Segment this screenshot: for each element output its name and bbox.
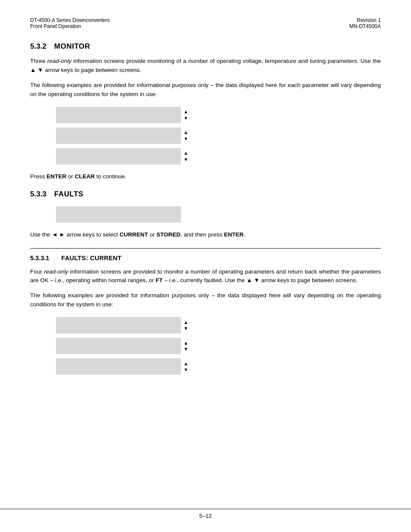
section-5331-title: FAULTS: CURRENT: [61, 255, 121, 261]
page-footer: 5–12: [0, 509, 411, 519]
section-533-number: 5.3.3: [30, 190, 47, 199]
faults-use-text: Use the ◄ ► arrow keys to select CURRENT…: [30, 230, 381, 240]
monitor-screen-row-2: ▲ ▼: [56, 128, 381, 144]
page: DT-4500-A Series Downconverters Front Pa…: [0, 0, 411, 532]
section-532-title: MONITOR: [54, 42, 90, 51]
faults-screen-row: [56, 206, 381, 223]
arrow-up-2: ▲: [184, 129, 188, 135]
faults-current-arrows-3: ▲ ▼: [184, 361, 188, 373]
header-section: Front Panel Operation: [30, 23, 110, 29]
monitor-screen-row-1: ▲ ▼: [56, 107, 381, 123]
page-header: DT-4500-A Series Downconverters Front Pa…: [30, 17, 381, 29]
faults-current-para2: The following examples are provided for …: [30, 291, 381, 309]
arrow-down-1: ▼: [184, 115, 188, 121]
monitor-arrows-2: ▲ ▼: [184, 129, 188, 142]
monitor-arrows-1: ▲ ▼: [184, 109, 188, 121]
section-533: 5.3.3 FAULTS Use the ◄ ► arrow keys to s…: [30, 190, 381, 240]
section-532: 5.3.2 MONITOR Three read-only informatio…: [30, 42, 381, 181]
monitor-screen-2: [56, 128, 181, 144]
ft-label: FT: [156, 277, 163, 283]
page-number: 5–12: [199, 513, 212, 519]
section-533-title: FAULTS: [54, 190, 84, 199]
monitor-press-text: Press ENTER or CLEAR to continue.: [30, 172, 381, 181]
section-532-heading: 5.3.2 MONITOR: [30, 42, 381, 51]
header-left: DT-4500-A Series Downconverters Front Pa…: [30, 17, 110, 29]
faults-current-arrows-1: ▲ ▼: [184, 319, 188, 332]
faults-current-screens: ▲ ▼ ▲ ▼ ▲ ▼: [56, 317, 381, 375]
faults-current-italic: read-only: [44, 268, 68, 275]
faults-current-screen-row-1: ▲ ▼: [56, 317, 381, 333]
faults-current-screen-2: [56, 338, 181, 354]
fc-arrow-up-2: ▲: [184, 340, 188, 346]
faults-screen-box: [56, 206, 181, 223]
fc-arrow-up-1: ▲: [184, 319, 188, 325]
section-532-number: 5.3.2: [30, 42, 47, 51]
header-revision: Revision 1: [349, 17, 381, 23]
faults-screen-container: [56, 206, 381, 223]
faults-current-para1: Four read-only information screens are p…: [30, 268, 381, 286]
monitor-screen-row-3: ▲ ▼: [56, 148, 381, 165]
section-533-heading: 5.3.3 FAULTS: [30, 190, 381, 199]
faults-enter-label: ENTER: [224, 231, 244, 238]
arrow-down-2: ▼: [184, 136, 188, 142]
clear-label: CLEAR: [75, 173, 95, 180]
faults-current-screen-3: [56, 358, 181, 375]
header-docnum: MN-DT4500A: [349, 23, 381, 29]
monitor-italic: read-only: [47, 58, 72, 64]
fc-arrow-up-3: ▲: [184, 361, 188, 367]
monitor-screens: ▲ ▼ ▲ ▼ ▲ ▼: [56, 107, 381, 165]
header-right: Revision 1 MN-DT4500A: [349, 17, 381, 29]
faults-current-screen-row-3: ▲ ▼: [56, 358, 381, 375]
section-5331-heading: 5.3.3.1 FAULTS: CURRENT: [30, 255, 381, 261]
faults-current-arrows-2: ▲ ▼: [184, 340, 188, 352]
fc-arrow-down-1: ▼: [184, 325, 188, 331]
arrow-up-1: ▲: [184, 109, 188, 115]
section-5331: 5.3.3.1 FAULTS: CURRENT Four read-only i…: [30, 255, 381, 375]
fc-arrow-down-2: ▼: [184, 346, 188, 352]
stored-label: STORED: [156, 231, 181, 238]
monitor-screen-1: [56, 107, 181, 123]
monitor-screen-3: [56, 148, 181, 165]
monitor-arrows-3: ▲ ▼: [184, 150, 188, 162]
fc-arrow-down-3: ▼: [184, 367, 188, 373]
faults-current-screen-row-2: ▲ ▼: [56, 338, 381, 354]
section-divider: [30, 248, 381, 249]
section-5331-number: 5.3.3.1: [30, 255, 49, 261]
monitor-para1: Three read-only information screens prov…: [30, 57, 381, 75]
faults-current-screen-1: [56, 317, 181, 333]
arrow-up-3: ▲: [184, 150, 188, 156]
monitor-para2: The following examples are provided for …: [30, 81, 381, 99]
current-label: CURRENT: [120, 231, 148, 238]
header-product: DT-4500-A Series Downconverters: [30, 17, 110, 23]
enter-label: ENTER: [47, 173, 66, 180]
arrow-down-3: ▼: [184, 156, 188, 162]
